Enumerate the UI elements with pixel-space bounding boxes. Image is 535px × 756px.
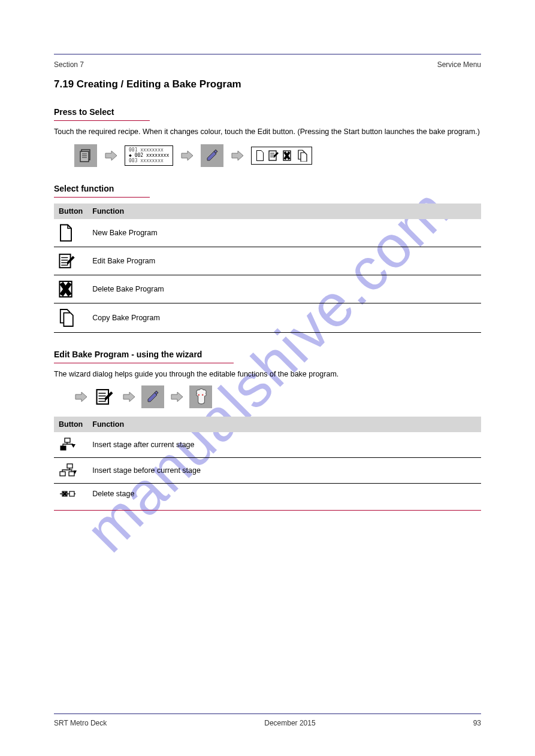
edit-button[interactable] <box>201 144 223 167</box>
footer-right: 93 <box>473 719 481 727</box>
page-title: 7.19 Creating / Editing a Bake Program <box>54 78 481 90</box>
node-insert-icon <box>54 432 87 458</box>
svg-marker-6 <box>182 151 193 160</box>
page-edit-icon <box>54 247 87 275</box>
svg-rect-44 <box>60 472 65 476</box>
table-row: Edit Bake Program <box>54 247 481 275</box>
function-table: ButtonFunction New Bake Program Edit Bak… <box>54 204 481 333</box>
header-rule <box>54 54 481 54</box>
svg-marker-37 <box>171 392 183 402</box>
svg-rect-1 <box>80 151 89 162</box>
section3-heading: Edit Bake Program - using the wizard <box>54 350 481 359</box>
edit-button[interactable] <box>141 385 164 408</box>
table-row: New Bake Program <box>54 219 481 247</box>
func-label: Copy Bake Program <box>87 303 481 332</box>
section1-heading: Press to Select <box>54 107 481 117</box>
arrow-icon <box>104 150 117 161</box>
header-row: Section 7 Service Menu <box>54 60 481 69</box>
footer-row: SRT Metro Deck December 2015 93 <box>54 719 481 727</box>
col-function: Function <box>87 417 481 432</box>
svg-marker-5 <box>105 151 117 160</box>
page-copy-icon <box>54 303 87 332</box>
footer-rule <box>54 714 481 714</box>
svg-rect-41 <box>61 446 66 450</box>
page-edit-icon <box>268 150 279 162</box>
svg-marker-9 <box>232 151 243 160</box>
page-copy-icon <box>297 150 308 162</box>
table-row: Delete Bake Program <box>54 275 481 303</box>
edit-options-box <box>251 147 312 165</box>
col-function: Function <box>87 204 481 219</box>
page-delete-icon <box>283 150 294 162</box>
svg-marker-34 <box>123 392 135 402</box>
arrow-icon <box>74 391 87 402</box>
col-button: Button <box>54 204 87 219</box>
section3-text: The wizard dialog helps guide you throug… <box>54 369 481 379</box>
svg-rect-43 <box>67 464 72 468</box>
wizard-button[interactable] <box>189 385 212 408</box>
func-label: Delete stage <box>87 483 481 504</box>
func-label: Insert stage after current stage <box>87 432 481 458</box>
list-item[interactable]: 001 xxxxxxxx <box>129 147 169 153</box>
list-item[interactable]: ◆ 002 xxxxxxxx <box>129 153 169 158</box>
page-content: Section 7 Service Menu 7.19 Creating / E… <box>0 0 535 511</box>
table-row: Insert stage before current stage <box>54 457 481 483</box>
svg-point-38 <box>198 394 200 396</box>
section1-text: Touch the required recipe. When it chang… <box>54 127 481 137</box>
red-rule-3 <box>54 363 234 363</box>
node-delete-icon <box>54 483 87 504</box>
svg-rect-40 <box>65 438 70 442</box>
red-rule-2 <box>54 197 150 198</box>
recipe-listbox[interactable]: 001 xxxxxxxx ◆ 002 xxxxxxxx 003 xxxxxxxx <box>125 145 173 166</box>
page-new-icon <box>54 219 87 247</box>
header-right: Service Menu <box>437 60 481 69</box>
table-row: Copy Bake Program <box>54 303 481 332</box>
red-rule-1 <box>54 120 150 121</box>
page-edit-icon[interactable] <box>93 385 116 408</box>
func-label: Delete Bake Program <box>87 275 481 303</box>
col-button: Button <box>54 417 87 432</box>
wizard-flow <box>74 385 481 408</box>
func-label: New Bake Program <box>87 219 481 247</box>
page-delete-icon <box>54 275 87 303</box>
wizard-function-table: ButtonFunction Insert stage after curren… <box>54 417 481 504</box>
footer-left: SRT Metro Deck <box>54 719 107 727</box>
svg-point-39 <box>202 394 204 396</box>
arrow-icon <box>122 391 135 402</box>
flow-select: 001 xxxxxxxx ◆ 002 xxxxxxxx 003 xxxxxxxx <box>74 144 481 167</box>
footer-center: December 2015 <box>264 719 315 727</box>
arrow-icon <box>231 150 244 161</box>
section2-heading: Select function <box>54 184 481 193</box>
func-label: Insert stage before current stage <box>87 457 481 483</box>
page-new-icon <box>255 150 265 162</box>
recipes-button[interactable] <box>74 144 97 167</box>
list-item[interactable]: 003 xxxxxxxx <box>129 158 169 163</box>
svg-marker-42 <box>71 444 75 448</box>
func-label: Edit Bake Program <box>87 247 481 275</box>
red-rule-4 <box>54 510 481 511</box>
svg-rect-51 <box>69 491 74 496</box>
table-row: Insert stage after current stage <box>54 432 481 458</box>
arrow-icon <box>170 391 183 402</box>
header-left: Section 7 <box>54 60 84 69</box>
svg-rect-45 <box>69 472 74 476</box>
arrow-icon <box>180 150 194 161</box>
svg-marker-27 <box>75 392 87 402</box>
node-before-icon <box>54 457 87 483</box>
table-row: Delete stage <box>54 483 481 504</box>
